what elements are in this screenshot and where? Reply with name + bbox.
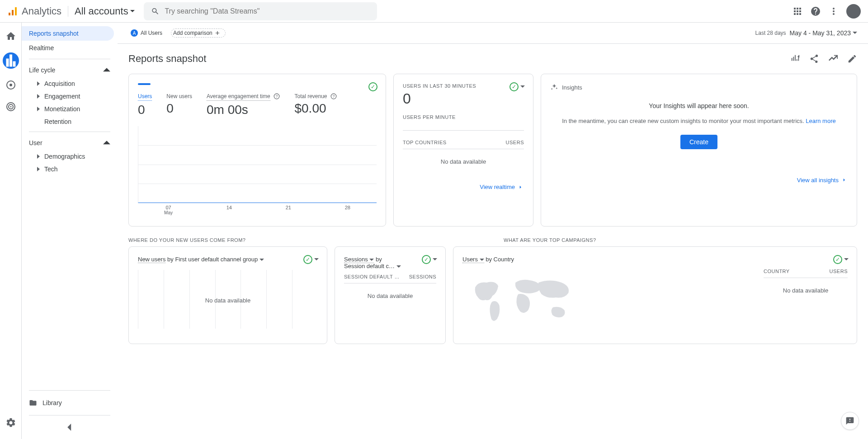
- add-comparison-button[interactable]: Add comparison: [171, 28, 226, 38]
- segment-all-users[interactable]: A All Users: [128, 28, 167, 38]
- realtime-value: 0: [403, 90, 524, 107]
- nav-library[interactable]: Library: [22, 394, 118, 411]
- chevron-down-icon: [369, 258, 374, 262]
- caret-right-icon: [36, 94, 41, 99]
- data-quality-badge[interactable]: ✓: [368, 82, 377, 91]
- account-selector[interactable]: All accounts: [75, 5, 135, 17]
- checkmark-icon: ✓: [368, 82, 377, 91]
- chevron-down-icon: [396, 264, 401, 269]
- checkmark-icon: ✓: [833, 255, 842, 264]
- dimension-selector[interactable]: First user default channel group: [175, 256, 264, 263]
- help-icon[interactable]: [810, 6, 821, 17]
- chevron-left-icon: [66, 424, 73, 431]
- nav-demographics[interactable]: Demographics: [22, 150, 118, 163]
- section-question-2: WHAT ARE YOUR TOP CAMPAIGNS?: [493, 227, 868, 246]
- svg-text:?: ?: [333, 94, 335, 99]
- home-icon[interactable]: [5, 31, 16, 42]
- explore-icon[interactable]: [5, 80, 16, 90]
- data-quality-badge[interactable]: ✓: [303, 255, 319, 264]
- caret-right-icon: [36, 167, 41, 171]
- nav-monetization[interactable]: Monetization: [22, 103, 118, 115]
- metric-total-revenue[interactable]: Total revenue ? $0.00: [294, 92, 337, 117]
- top-countries-header: TOP COUNTRIES: [403, 140, 447, 145]
- svg-text:?: ?: [276, 94, 278, 99]
- chevron-up-icon: [103, 66, 110, 74]
- world-map: [462, 270, 580, 333]
- caret-right-icon: [36, 107, 41, 111]
- chevron-down-icon: [433, 257, 437, 262]
- chevron-down-icon: [314, 257, 319, 262]
- nav-tech[interactable]: Tech: [22, 163, 118, 175]
- realtime-card: ✓ USERS IN LAST 30 MINUTES 0 USERS PER M…: [393, 74, 533, 227]
- nav-reports-snapshot[interactable]: Reports snapshot: [22, 26, 114, 41]
- insights-headline: Your Insights will appear here soon.: [555, 102, 843, 109]
- nav-acquisition[interactable]: Acquisition: [22, 77, 118, 90]
- svg-point-1: [9, 84, 12, 86]
- search-icon: [151, 7, 160, 16]
- chevron-down-icon: [853, 31, 857, 35]
- users-per-minute-label: USERS PER MINUTE: [403, 114, 524, 120]
- svg-point-4: [10, 106, 11, 108]
- view-all-insights-link[interactable]: View all insights: [797, 176, 848, 184]
- metric-selector[interactable]: Users: [462, 256, 484, 263]
- advertising-icon[interactable]: [5, 101, 16, 112]
- admin-gear-icon[interactable]: [5, 417, 16, 428]
- collapse-sidebar-button[interactable]: [22, 419, 118, 435]
- users-per-minute-chart: [403, 120, 524, 131]
- checkmark-icon: ✓: [303, 255, 312, 264]
- date-range-selector[interactable]: Last 28 days May 4 - May 31, 2023: [755, 29, 857, 37]
- data-quality-badge[interactable]: ✓: [422, 255, 437, 264]
- metric-avg-engagement[interactable]: Average engagement time ? 0m 00s: [207, 92, 280, 117]
- help-icon[interactable]: ?: [330, 93, 337, 99]
- no-data-message: No data available: [403, 149, 524, 174]
- more-vert-icon[interactable]: [828, 6, 839, 17]
- folder-icon: [29, 399, 37, 407]
- nav-group-user[interactable]: User: [22, 136, 118, 150]
- metric-selector[interactable]: Sessions: [344, 256, 374, 263]
- data-quality-badge[interactable]: ✓: [509, 82, 525, 91]
- plus-icon: [214, 30, 221, 36]
- share-icon[interactable]: [809, 54, 819, 64]
- view-realtime-link[interactable]: View realtime: [480, 184, 524, 191]
- feedback-button[interactable]: [841, 412, 859, 430]
- arrow-right-icon: [517, 184, 524, 191]
- feedback-icon: [845, 416, 854, 425]
- caret-right-icon: [36, 81, 41, 86]
- divider: [68, 6, 68, 17]
- overview-metrics-card: ✓ Users 0 New users 0 Average engagement…: [128, 74, 386, 227]
- chevron-down-icon: [844, 257, 849, 262]
- no-data-message: No data available: [764, 278, 848, 303]
- edit-icon[interactable]: [847, 54, 857, 64]
- nav-engagement[interactable]: Engagement: [22, 90, 118, 103]
- sessions-campaign-card: ✓ Sessions by Session default c… SESSION…: [335, 246, 446, 344]
- nav-retention[interactable]: Retention: [22, 115, 118, 128]
- metric-selector[interactable]: New users: [138, 256, 165, 263]
- nav-realtime[interactable]: Realtime: [22, 41, 114, 55]
- users-header: USERS: [506, 140, 524, 145]
- reports-icon[interactable]: [3, 52, 19, 69]
- metric-new-users[interactable]: New users 0: [166, 92, 192, 117]
- learn-more-link[interactable]: Learn more: [806, 118, 835, 124]
- nav-group-life-cycle[interactable]: Life cycle: [22, 63, 118, 77]
- realtime-title: USERS IN LAST 30 MINUTES: [403, 83, 524, 89]
- customize-report-icon[interactable]: [790, 54, 800, 64]
- insights-icon[interactable]: [828, 54, 838, 64]
- user-avatar[interactable]: [846, 4, 861, 19]
- chevron-down-icon: [480, 258, 484, 262]
- search-input[interactable]: [165, 7, 369, 15]
- help-icon[interactable]: ?: [274, 93, 280, 99]
- chevron-down-icon: [520, 85, 525, 89]
- search-box[interactable]: [144, 2, 377, 20]
- section-question-1: WHERE DO YOUR NEW USERS COME FROM?: [118, 227, 493, 246]
- apps-icon[interactable]: [792, 6, 803, 17]
- chevron-up-icon: [103, 139, 110, 146]
- create-insight-button[interactable]: Create: [680, 135, 717, 149]
- overview-line-chart: [138, 126, 377, 203]
- analytics-logo-icon: [7, 6, 18, 17]
- insights-body-text: In the meantime, you can create new cust…: [555, 117, 843, 126]
- insights-card: Insights Your Insights will appear here …: [541, 74, 857, 227]
- dimension-selector[interactable]: Session default c…: [344, 263, 401, 269]
- data-quality-badge[interactable]: ✓: [833, 255, 849, 264]
- metric-users[interactable]: Users 0: [138, 92, 152, 117]
- sparkle-icon: [550, 83, 558, 91]
